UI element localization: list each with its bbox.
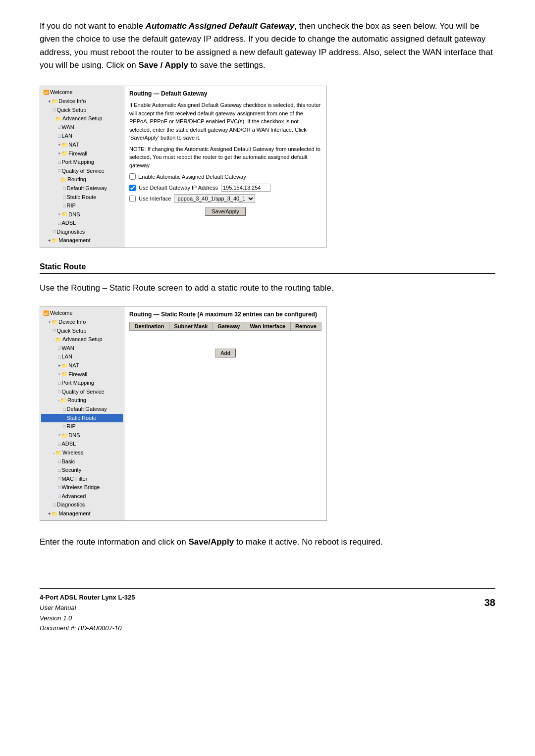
intro-text-end: to save the settings. xyxy=(188,60,266,70)
page-icon-pm: □ xyxy=(58,159,60,166)
page-icon-lan: □ xyxy=(58,133,60,140)
use-interface-label: Use Interface xyxy=(139,196,171,202)
ip-address-field[interactable] xyxy=(221,184,270,192)
nav2-advanced-setup[interactable]: - 📁 Advanced Setup xyxy=(41,335,123,344)
use-default-gw-checkbox[interactable] xyxy=(129,185,136,191)
nav2-security[interactable]: □ Security xyxy=(41,466,123,475)
nav2-qos-label: Quality of Service xyxy=(61,388,104,397)
nav-quick-setup[interactable]: □ Quick Setup xyxy=(41,106,123,115)
expand-icon-adv: - xyxy=(53,115,54,122)
nav2-port-mapping-label: Port Mapping xyxy=(61,379,94,388)
nav2-routing[interactable]: - 📁 Routing xyxy=(41,396,123,405)
page-icon-2rip: □ xyxy=(63,423,65,430)
use-interface-checkbox[interactable] xyxy=(129,196,136,202)
nav-port-mapping[interactable]: □ Port Mapping xyxy=(41,158,123,167)
enable-auto-gw-checkbox[interactable] xyxy=(129,173,136,180)
page-icon-wan: □ xyxy=(58,124,60,131)
nav2-rip[interactable]: □ RIP xyxy=(41,422,123,431)
nav-static-route-1[interactable]: □ Static Route xyxy=(41,193,123,202)
nav2-wireless[interactable]: - 📁 Wireless xyxy=(41,449,123,457)
nav-device-info[interactable]: + 📁 Device Info xyxy=(41,97,123,106)
nav-default-gw[interactable]: □ Default Gateway xyxy=(41,184,123,193)
nav-diagnostics-1[interactable]: □ Diagnostics xyxy=(41,228,123,237)
nav-firewall[interactable]: + 📁 Firewall xyxy=(41,150,123,158)
nav2-firewall[interactable]: + 📁 Firewall xyxy=(41,370,123,379)
nav-wan[interactable]: □ WAN xyxy=(41,123,123,132)
expand-icon-mgmt1: + xyxy=(48,237,51,244)
page-icon-2sr: □ xyxy=(63,414,65,421)
nav-tree-2: 📶 Welcome + 📁 Device Info □ Quick Setup … xyxy=(40,307,124,520)
nav-qos-label: Quality of Service xyxy=(61,167,104,176)
nav2-nat-label: NAT xyxy=(68,361,79,370)
nav2-nat[interactable]: + 📁 NAT xyxy=(41,361,123,370)
nav2-routing-label: Routing xyxy=(67,396,86,405)
footer-version: Version 1.0 xyxy=(40,613,135,624)
nav-port-mapping-label: Port Mapping xyxy=(61,158,94,167)
nav-dns-label: DNS xyxy=(68,210,80,219)
folder-icon-2nat: 📁 xyxy=(61,362,67,370)
nav2-lan[interactable]: □ LAN xyxy=(41,353,123,361)
nav-management-1[interactable]: + 📁 Management xyxy=(41,236,123,245)
expand-icon-2dns: + xyxy=(58,432,60,439)
col-wan-interface: Wan Interface xyxy=(245,322,290,331)
nav2-adsl[interactable]: □ ADSL xyxy=(41,440,123,449)
footer-product: 4-Port ADSL Router Lynx L-325 xyxy=(40,593,135,603)
nav2-advanced-setup-label: Advanced Setup xyxy=(62,335,103,344)
page-icon-2adwl: □ xyxy=(58,493,60,500)
nav2-mac-filter[interactable]: □ MAC Filter xyxy=(41,475,123,484)
nav2-basic[interactable]: □ Basic xyxy=(41,457,123,466)
nav-rip[interactable]: □ RIP xyxy=(41,202,123,210)
nav-nat[interactable]: + 📁 NAT xyxy=(41,141,123,150)
page-icon-2basic: □ xyxy=(58,458,60,465)
expand-icon: + xyxy=(48,98,51,105)
folder-icon-2mgmt: 📁 xyxy=(52,510,57,518)
nav2-dns[interactable]: + 📁 DNS xyxy=(41,431,123,440)
nav-lan[interactable]: □ LAN xyxy=(41,132,123,141)
nav2-rip-label: RIP xyxy=(66,422,75,431)
nav-quick-setup-label: Quick Setup xyxy=(56,106,86,115)
page-icon-qos: □ xyxy=(58,167,60,174)
expand-icon-dns: + xyxy=(58,211,60,218)
nav-adsl[interactable]: □ ADSL xyxy=(41,219,123,228)
router-icon-2: 📶 xyxy=(43,309,49,317)
nav2-static-route-label: Static Route xyxy=(66,414,96,423)
nav-adsl-label: ADSL xyxy=(61,219,76,228)
nav2-static-route[interactable]: □ Static Route xyxy=(41,414,123,423)
nav2-diagnostics[interactable]: □ Diagnostics xyxy=(41,501,123,509)
nav2-welcome[interactable]: 📶 Welcome xyxy=(41,309,123,318)
expand-icon-2as: - xyxy=(53,336,54,343)
nav-dns[interactable]: + 📁 DNS xyxy=(41,210,123,219)
folder-icon-2as: 📁 xyxy=(55,336,61,344)
enable-auto-gw-row: Enable Automatic Assigned Default Gatewa… xyxy=(129,173,321,180)
folder-icon-nat: 📁 xyxy=(61,141,67,149)
nav-diagnostics-1-label: Diagnostics xyxy=(56,228,85,237)
col-gateway: Gateway xyxy=(213,322,245,331)
nav-routing[interactable]: - 📁 Routing xyxy=(41,175,123,184)
nav2-advanced-wireless[interactable]: □ Advanced xyxy=(41,492,123,501)
save-apply-button-1[interactable]: Save/Apply xyxy=(205,207,246,216)
add-button[interactable]: Add xyxy=(215,349,236,357)
nav-advanced-setup[interactable]: - 📁 Advanced Setup xyxy=(41,114,123,123)
nav2-device-info[interactable]: + 📁 Device Info xyxy=(41,318,123,327)
interface-select[interactable]: pppoa_3_40_1/spp_3_40_1 xyxy=(174,194,255,203)
nav2-quick-setup[interactable]: □ Quick Setup xyxy=(41,327,123,336)
nav2-wan[interactable]: □ WAN xyxy=(41,344,123,353)
nav2-management[interactable]: + 📁 Management xyxy=(41,509,123,518)
nav-firewall-label: Firewall xyxy=(68,150,87,158)
nav2-wan-label: WAN xyxy=(61,344,74,353)
folder-icon-2wl: 📁 xyxy=(55,449,61,457)
page-icon-dgw: □ xyxy=(63,185,65,192)
nav-rip-label: RIP xyxy=(66,202,75,210)
nav2-default-gw[interactable]: □ Default Gateway xyxy=(41,405,123,414)
italic-bold-text: Automatic Assigned Default Gateway xyxy=(146,21,295,31)
nav2-port-mapping[interactable]: □ Port Mapping xyxy=(41,379,123,388)
nav2-qos[interactable]: □ Quality of Service xyxy=(41,388,123,397)
page-icon-sr1: □ xyxy=(63,194,65,201)
nav-qos[interactable]: □ Quality of Service xyxy=(41,167,123,176)
nav2-wireless-bridge[interactable]: □ Wireless Bridge xyxy=(41,483,123,492)
router-icon: 📶 xyxy=(43,89,49,97)
expand-icon-2nat: + xyxy=(58,362,60,369)
nav-welcome[interactable]: 📶 Welcome xyxy=(41,88,123,97)
content-note-1: NOTE: If changing the Automatic Assigned… xyxy=(129,145,321,170)
expand-icon-2mgmt: + xyxy=(48,510,51,517)
